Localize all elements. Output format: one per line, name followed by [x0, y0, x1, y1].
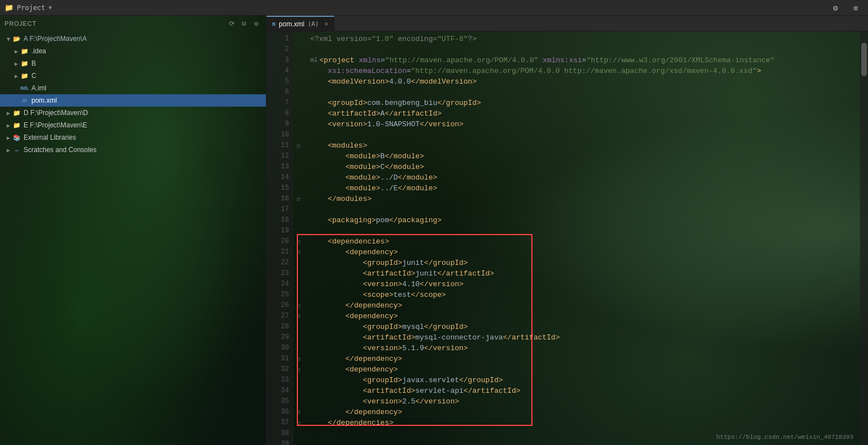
line-num-10: 10 — [267, 130, 293, 140]
sidebar-item-aiml[interactable]: IML A.iml — [0, 82, 266, 94]
line-num-18: 18 — [267, 215, 293, 226]
code-line-1: <?xml version="1.0" encoding="UTF-8"?> — [293, 34, 860, 44]
code-line-text: <artifactId>mysql-connector-java</artifa… — [304, 332, 560, 343]
code-line-text: </dependency> — [304, 300, 402, 311]
line-num-2: 2 — [267, 44, 293, 55]
line-num-32: 32 — [267, 364, 293, 375]
folder-icon: 📁 — [20, 59, 29, 68]
code-line-9: <version>1.0-SNAPSHOT</version> — [293, 119, 860, 130]
code-line-text: <version>5.1.9</version> — [304, 343, 468, 354]
sidebar-item-c[interactable]: ▶ 📁 C — [0, 70, 266, 82]
code-line-26: ⊟ </dependency> — [293, 300, 860, 311]
sidebar-item-root-a[interactable]: ▼ 📂 A F:\Project\Maven\A — [0, 33, 266, 45]
line-num-6: 6 — [267, 87, 293, 98]
code-line-text: <artifactId>servlet-api</artifactId> — [304, 386, 521, 396]
line-num-24: 24 — [267, 279, 293, 290]
code-line-6 — [293, 87, 860, 98]
code-line-text — [304, 44, 315, 55]
code-line-2 — [293, 44, 860, 55]
fold-marker — [293, 98, 304, 108]
line-num-5: 5 — [267, 76, 293, 87]
tab-icon: m — [272, 21, 275, 27]
sidebar-item-extlibs[interactable]: ▶ 📚 External Libraries — [0, 131, 266, 144]
fold-marker — [293, 130, 304, 140]
code-content[interactable]: <?xml version="1.0" encoding="UTF-8"?> m… — [293, 31, 860, 445]
title-bar: 📁 Project ▼ ⚙ ≡ — [0, 0, 868, 16]
code-line-10 — [293, 130, 860, 140]
fold-marker-21[interactable]: ⊟ — [293, 247, 304, 258]
line-num-8: 8 — [267, 108, 293, 119]
line-num-31: 31 — [267, 354, 293, 364]
code-line-21: ⊟ <dependency> — [293, 247, 860, 258]
code-line-text: </dependency> — [304, 354, 402, 364]
sidebar-item-label: .idea — [31, 47, 46, 55]
iml-icon: IML — [20, 84, 29, 93]
fold-marker — [293, 151, 304, 162]
code-line-11: ⊟ <modules> — [293, 140, 860, 151]
fold-marker-27[interactable]: ⊟ — [293, 311, 304, 322]
settings-button[interactable]: ⚙ — [828, 2, 843, 14]
sidebar-item-d[interactable]: ▶ 📁 D F:\Project\Maven\D — [0, 107, 266, 119]
fold-marker — [293, 375, 304, 386]
fold-marker-11[interactable]: ⊟ — [293, 140, 304, 151]
tab-close-button[interactable]: ✕ — [324, 20, 328, 27]
menu-button[interactable]: ≡ — [848, 2, 864, 14]
fold-marker-20[interactable]: ⊟ — [293, 236, 304, 247]
line-num-9: 9 — [267, 119, 293, 130]
sidebar-item-scratches[interactable]: ▶ ✏ Scratches and Consoles — [0, 144, 266, 156]
code-line-19 — [293, 226, 860, 236]
fold-marker — [293, 119, 304, 130]
code-line-23: <artifactId>junit</artifactId> — [293, 268, 860, 279]
editor-scrollbar[interactable] — [860, 31, 868, 445]
arrow-icon: ▶ — [12, 73, 20, 79]
fold-marker-31[interactable]: ⊟ — [293, 354, 304, 364]
sidebar-tree[interactable]: ▼ 📂 A F:\Project\Maven\A ▶ 📁 .idea ▶ 📁 B — [0, 31, 266, 445]
fold-marker — [293, 386, 304, 396]
code-line-text: <version>4.10</version> — [304, 279, 463, 290]
line-num-1: 1 — [267, 34, 293, 44]
code-line-text: ml <project xmlns="http://maven.apache.o… — [304, 55, 775, 66]
code-line-22: <groupId>junit</groupId> — [293, 258, 860, 268]
title-bar-title: Project — [17, 4, 45, 12]
line-num-25: 25 — [267, 290, 293, 300]
fold-marker — [293, 258, 304, 268]
line-num-13: 13 — [267, 162, 293, 172]
line-num-14: 14 — [267, 172, 293, 183]
code-line-30: <version>5.1.9</version> — [293, 343, 860, 354]
folder-icon: 📁 — [12, 121, 21, 130]
settings-icon[interactable]: ⚙ — [251, 19, 261, 29]
fold-marker-32[interactable]: ⊟ — [293, 364, 304, 375]
code-line-text: <modules> — [304, 140, 367, 151]
fold-marker — [293, 44, 304, 55]
code-line-text — [304, 204, 315, 215]
tab-pomxml[interactable]: m pom.xml (A) ✕ — [267, 16, 334, 31]
line-num-26: 26 — [267, 300, 293, 311]
code-line-text: <packaging>pom</packaging> — [304, 215, 442, 226]
line-num-36: 36 — [267, 407, 293, 418]
sync-icon[interactable]: ⟳ — [227, 19, 237, 29]
sidebar-item-label: B — [31, 59, 36, 67]
folder-icon: 📁 — [12, 108, 21, 117]
code-line-text: <module>B</module> — [304, 151, 424, 162]
tab-label: pom.xml — [279, 20, 304, 28]
sidebar-item-idea[interactable]: ▶ 📁 .idea — [0, 45, 266, 57]
line-num-15: 15 — [267, 183, 293, 194]
sidebar-item-pomxml[interactable]: m pom.xml — [0, 94, 266, 107]
code-line-34: <artifactId>servlet-api</artifactId> — [293, 386, 860, 396]
fold-marker — [293, 204, 304, 215]
code-line-27: ⊟ <dependency> — [293, 311, 860, 322]
fold-marker — [293, 428, 304, 439]
fold-marker-26[interactable]: ⊟ — [293, 300, 304, 311]
fold-marker — [293, 76, 304, 87]
line-num-35: 35 — [267, 396, 293, 407]
fold-marker-16[interactable]: ⊟ — [293, 194, 304, 204]
fold-marker-36[interactable]: ⊟ — [293, 407, 304, 418]
collapse-icon[interactable]: ⊟ — [239, 19, 249, 29]
fold-marker-37[interactable]: ⊟ — [293, 418, 304, 428]
sidebar-item-b[interactable]: ▶ 📁 B — [0, 57, 266, 70]
code-line-31: ⊟ </dependency> — [293, 354, 860, 364]
sidebar-item-e[interactable]: ▶ 📁 E F:\Project\Maven\E — [0, 119, 266, 131]
code-line-24: <version>4.10</version> — [293, 279, 860, 290]
project-icon: 📁 — [4, 3, 13, 12]
folder-open-icon: 📂 — [12, 34, 21, 43]
